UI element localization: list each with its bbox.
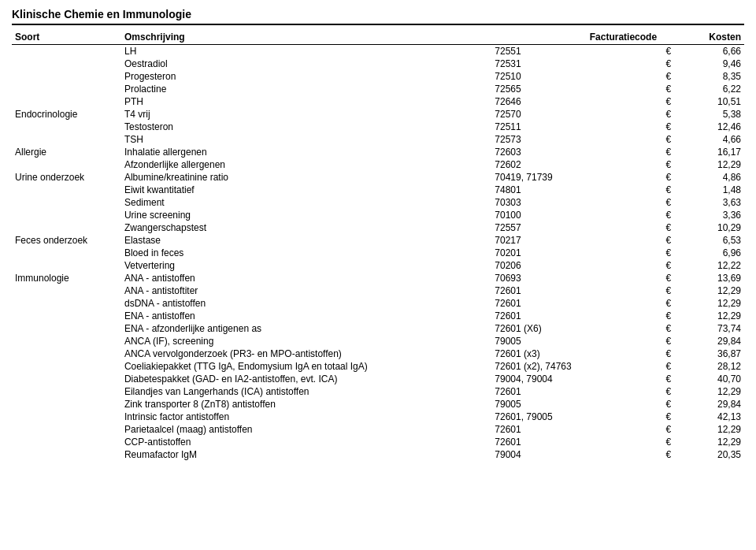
cell-kosten: 12,29 — [676, 385, 744, 398]
cell-euro-sign: € — [660, 335, 676, 347]
table-row: EndocrinologieT4 vrij72570€5,38 — [12, 108, 744, 121]
cell-euro-sign: € — [660, 95, 676, 108]
table-row: Zwangerschapstest72557€10,29 — [12, 221, 744, 234]
cell-euro-sign: € — [660, 234, 676, 247]
cell-facturatiecode: 79004 — [491, 448, 660, 461]
table-row: Vetvertering70206€12,22 — [12, 259, 744, 272]
cell-soort — [12, 133, 121, 146]
table-row: ANA - antistoftiter72601€12,29 — [12, 284, 744, 297]
cell-kosten: 29,84 — [676, 335, 744, 347]
cell-soort — [12, 70, 121, 83]
cell-soort — [12, 423, 121, 436]
cell-omschrijving: Prolactine — [121, 83, 491, 95]
cell-facturatiecode: 70693 — [491, 272, 660, 284]
cell-omschrijving: Sediment — [121, 196, 491, 209]
cell-kosten: 10,29 — [676, 221, 744, 234]
cell-kosten: 28,12 — [676, 360, 744, 373]
cell-omschrijving: PTH — [121, 95, 491, 108]
cell-euro-sign: € — [660, 209, 676, 221]
cell-omschrijving: ANA - antistoffen — [121, 272, 491, 284]
cell-euro-sign: € — [660, 83, 676, 95]
cell-facturatiecode: 72646 — [491, 95, 660, 108]
cell-euro-sign: € — [660, 284, 676, 297]
cell-soort — [12, 385, 121, 398]
cell-facturatiecode: 74801 — [491, 184, 660, 196]
cell-kosten: 36,87 — [676, 347, 744, 360]
cell-kosten: 10,51 — [676, 95, 744, 108]
cell-euro-sign: € — [660, 385, 676, 398]
table-row: Sediment70303€3,63 — [12, 196, 744, 209]
table-row: Coeliakiepakket (TTG IgA, Endomysium IgA… — [12, 360, 744, 373]
cell-kosten: 8,35 — [676, 70, 744, 83]
cell-soort — [12, 322, 121, 335]
col-header-soort: Soort — [12, 30, 121, 45]
cell-euro-sign: € — [660, 423, 676, 436]
cell-euro-sign: € — [660, 347, 676, 360]
cell-facturatiecode: 72565 — [491, 83, 660, 95]
cell-omschrijving: Inhalatie allergenen — [121, 146, 491, 158]
cell-euro-sign: € — [660, 108, 676, 121]
cell-euro-sign: € — [660, 70, 676, 83]
cell-kosten: 4,66 — [676, 133, 744, 146]
cell-soort — [12, 335, 121, 347]
cell-soort — [12, 95, 121, 108]
cell-kosten: 5,38 — [676, 108, 744, 121]
cell-omschrijving: Reumafactor IgM — [121, 448, 491, 461]
cell-kosten: 12,46 — [676, 121, 744, 133]
cell-soort — [12, 297, 121, 310]
cell-facturatiecode: 72601 (x3) — [491, 347, 660, 360]
table-row: Oestradiol72531€9,46 — [12, 58, 744, 70]
cell-soort — [12, 121, 121, 133]
cell-omschrijving: ANA - antistoftiter — [121, 284, 491, 297]
cell-soort — [12, 196, 121, 209]
cell-kosten: 12,29 — [676, 297, 744, 310]
cell-euro-sign: € — [660, 373, 676, 385]
cell-euro-sign: € — [660, 45, 676, 58]
cell-facturatiecode: 72601 — [491, 297, 660, 310]
cell-kosten: 12,29 — [676, 423, 744, 436]
cell-facturatiecode: 70303 — [491, 196, 660, 209]
cell-euro-sign: € — [660, 196, 676, 209]
main-table: Soort Omschrijving Facturatiecode Kosten… — [12, 30, 744, 461]
cell-omschrijving: Vetvertering — [121, 259, 491, 272]
cell-soort — [12, 259, 121, 272]
page-title: Klinische Chemie en Immunologie — [12, 8, 744, 25]
cell-soort — [12, 221, 121, 234]
table-row: Afzonderlijke allergenen72602€12,29 — [12, 158, 744, 171]
table-row: PTH72646€10,51 — [12, 95, 744, 108]
cell-facturatiecode: 72510 — [491, 70, 660, 83]
table-row: CCP-antistoffen72601€12,29 — [12, 436, 744, 448]
cell-facturatiecode: 72601 (X6) — [491, 322, 660, 335]
cell-facturatiecode: 72601 — [491, 310, 660, 322]
table-row: TSH72573€4,66 — [12, 133, 744, 146]
cell-euro-sign: € — [660, 448, 676, 461]
cell-euro-sign: € — [660, 184, 676, 196]
cell-omschrijving: ENA - antistoffen — [121, 310, 491, 322]
cell-omschrijving: Progesteron — [121, 70, 491, 83]
cell-kosten: 6,66 — [676, 45, 744, 58]
cell-omschrijving: Oestradiol — [121, 58, 491, 70]
cell-soort: Feces onderzoek — [12, 234, 121, 247]
cell-euro-sign: € — [660, 247, 676, 259]
table-row: ENA - afzonderlijke antigenen as72601 (X… — [12, 322, 744, 335]
cell-kosten: 13,69 — [676, 272, 744, 284]
cell-facturatiecode: 79005 — [491, 398, 660, 411]
cell-kosten: 42,13 — [676, 411, 744, 423]
cell-facturatiecode: 72511 — [491, 121, 660, 133]
cell-omschrijving: Elastase — [121, 234, 491, 247]
cell-soort — [12, 373, 121, 385]
cell-omschrijving: Zwangerschapstest — [121, 221, 491, 234]
cell-omschrijving: LH — [121, 45, 491, 58]
cell-facturatiecode: 70217 — [491, 234, 660, 247]
cell-soort — [12, 398, 121, 411]
col-header-omschrijving: Omschrijving — [121, 30, 491, 45]
table-row: ANCA vervolgonderzoek (PR3- en MPO-antis… — [12, 347, 744, 360]
cell-soort: Immunologie — [12, 272, 121, 284]
cell-kosten: 9,46 — [676, 58, 744, 70]
cell-euro-sign: € — [660, 297, 676, 310]
cell-omschrijving: CCP-antistoffen — [121, 436, 491, 448]
cell-kosten: 12,29 — [676, 436, 744, 448]
cell-facturatiecode: 72601 (x2), 74763 — [491, 360, 660, 373]
cell-facturatiecode: 72601, 79005 — [491, 411, 660, 423]
cell-facturatiecode: 70100 — [491, 209, 660, 221]
